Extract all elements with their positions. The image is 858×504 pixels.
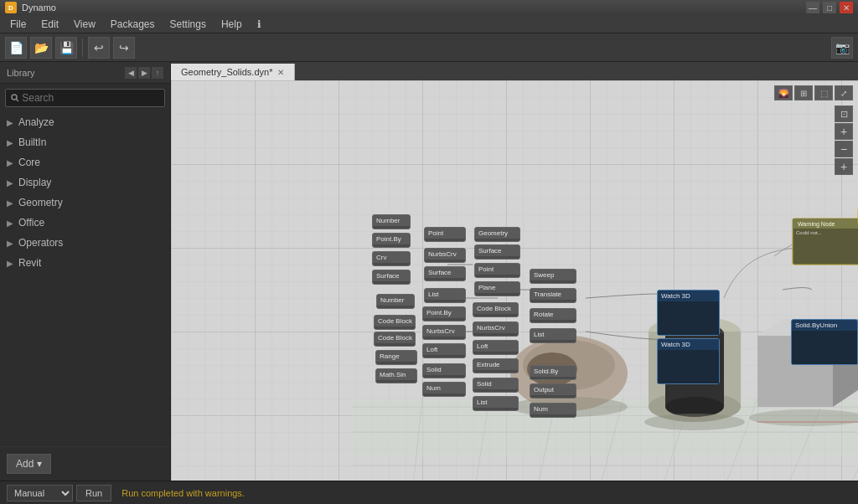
node-8[interactable]: Range xyxy=(375,350,417,365)
bg-toggle-button[interactable]: 🌄 xyxy=(774,85,793,100)
node-12[interactable]: Surface xyxy=(424,266,466,281)
reset-zoom-button[interactable]: + xyxy=(835,158,853,175)
category-office[interactable]: ▶ Office xyxy=(0,213,170,233)
node-32[interactable]: List xyxy=(530,328,576,343)
menu-packages[interactable]: Packages xyxy=(104,17,162,32)
node-4[interactable]: Surface xyxy=(372,270,411,285)
search-box[interactable] xyxy=(5,89,165,107)
node-22[interactable]: Plane xyxy=(474,281,520,296)
menu-settings[interactable]: Settings xyxy=(163,17,213,32)
menu-file[interactable]: File xyxy=(3,17,33,32)
zoom-in-button[interactable]: + xyxy=(835,123,853,140)
run-mode: Manual Automatic Run xyxy=(7,485,111,501)
canvas-controls-zoom: ⊡ + − + xyxy=(835,105,853,175)
node-27[interactable]: Solid xyxy=(473,378,519,393)
undo-button[interactable]: ↩ xyxy=(88,37,110,59)
category-core[interactable]: ▶ Core xyxy=(0,152,170,172)
lib-nav-back[interactable]: ◀ xyxy=(125,67,137,79)
add-button[interactable]: Add ▾ xyxy=(7,454,51,474)
node-34[interactable]: Output xyxy=(530,383,576,399)
node-18[interactable]: Num xyxy=(422,382,466,397)
svg-line-1 xyxy=(17,100,19,102)
node-17[interactable]: Solid xyxy=(422,363,466,378)
category-office-label: Office xyxy=(18,217,44,229)
view3d-button[interactable]: ⬚ xyxy=(814,85,833,100)
node-24[interactable]: NurbsCrv xyxy=(473,321,519,337)
menu-info[interactable]: ℹ xyxy=(251,17,268,32)
node-33[interactable]: Solid.By xyxy=(530,365,576,380)
node-5[interactable]: Number xyxy=(376,294,415,309)
maximize-button[interactable]: □ xyxy=(823,2,836,13)
tab-close-icon[interactable]: ✕ xyxy=(277,68,284,77)
expand-button[interactable]: ⤢ xyxy=(835,85,853,100)
run-button[interactable]: Run xyxy=(76,485,111,501)
svg-point-0 xyxy=(12,95,17,100)
node-watch3d-1[interactable]: Watch 3D xyxy=(657,290,720,336)
category-builtin-arrow: ▶ xyxy=(7,138,13,147)
node-13[interactable]: List xyxy=(424,288,466,303)
node-21[interactable]: Point xyxy=(474,263,520,278)
node-2[interactable]: Point.By xyxy=(372,233,411,248)
category-revit-arrow: ▶ xyxy=(7,259,13,268)
node-19[interactable]: Geometry xyxy=(474,227,520,242)
grid-toggle-button[interactable]: ⊞ xyxy=(794,85,813,100)
category-revit[interactable]: ▶ Revit xyxy=(0,253,170,273)
main-area: Library ◀ ▶ ↑ ▶ Analyze ▶ BuiltIn xyxy=(0,62,858,481)
node-solid-union[interactable]: Solid.ByUnion xyxy=(791,319,858,365)
minimize-button[interactable]: — xyxy=(806,2,819,13)
node-30[interactable]: Translate xyxy=(530,288,576,303)
library-nav: ◀ ▶ ↑ xyxy=(125,67,163,79)
node-10[interactable]: Point xyxy=(424,227,466,242)
node-23[interactable]: Code Block xyxy=(473,302,519,317)
menu-edit[interactable]: Edit xyxy=(34,17,65,32)
menu-view[interactable]: View xyxy=(67,17,102,32)
category-list: ▶ Analyze ▶ BuiltIn ▶ Core ▶ Display ▶ G… xyxy=(0,112,170,446)
add-dropdown-arrow: ▾ xyxy=(37,458,42,470)
lib-nav-up[interactable]: ↑ xyxy=(152,67,163,79)
node-7[interactable]: Code Block xyxy=(374,332,416,347)
camera-button[interactable]: 📷 xyxy=(831,37,853,59)
open-file-button[interactable]: 📂 xyxy=(30,37,52,59)
node-15[interactable]: NurbsCrv xyxy=(422,325,466,340)
node-6[interactable]: Code Block xyxy=(374,315,416,330)
close-button[interactable]: ✕ xyxy=(840,2,853,13)
node-watch3d-2[interactable]: Watch 3D xyxy=(657,338,720,384)
save-button[interactable]: 💾 xyxy=(55,37,77,59)
node-31[interactable]: Rotate xyxy=(530,308,576,323)
node-29[interactable]: Sweep xyxy=(530,269,576,284)
titlebar-title: Dynamo xyxy=(22,3,56,13)
titlebar-controls: — □ ✕ xyxy=(806,2,853,13)
node-3[interactable]: Crv xyxy=(372,251,411,266)
dynamo-logo: D xyxy=(5,2,17,13)
node-9[interactable]: Math.Sin xyxy=(375,368,417,383)
new-file-button[interactable]: 📄 xyxy=(5,37,27,59)
category-operators[interactable]: ▶ Operators xyxy=(0,233,170,253)
category-display[interactable]: ▶ Display xyxy=(0,172,170,193)
fit-view-button[interactable]: ⊡ xyxy=(835,105,853,122)
node-20[interactable]: Surface xyxy=(474,244,520,260)
node-35[interactable]: Num xyxy=(530,403,576,418)
node-14[interactable]: Point.By xyxy=(422,306,466,321)
menu-help[interactable]: Help xyxy=(214,17,249,32)
category-analyze-arrow: ▶ xyxy=(7,118,13,127)
search-input[interactable] xyxy=(22,92,159,104)
node-25[interactable]: Loft xyxy=(473,340,519,355)
canvas-controls-top: 🌄 ⊞ ⬚ ⤢ xyxy=(774,85,853,100)
node-28[interactable]: List xyxy=(473,396,519,411)
lib-nav-forward[interactable]: ▶ xyxy=(138,67,150,79)
redo-button[interactable]: ↪ xyxy=(113,37,135,59)
statusbar: Manual Automatic Run Run completed with … xyxy=(0,481,858,504)
category-analyze[interactable]: ▶ Analyze xyxy=(0,112,170,132)
node-16[interactable]: Loft xyxy=(422,343,466,358)
node-canvas[interactable]: Warning Node Could not... CodeBlock Code… xyxy=(171,80,858,481)
category-geometry[interactable]: ▶ Geometry xyxy=(0,193,170,213)
node-1[interactable]: Number xyxy=(372,214,411,229)
node-26[interactable]: Extrude xyxy=(473,358,519,373)
node-11[interactable]: NurbsCrv xyxy=(424,248,466,263)
category-operators-label: Operators xyxy=(18,237,63,249)
zoom-out-button[interactable]: − xyxy=(835,141,853,157)
run-mode-select[interactable]: Manual Automatic xyxy=(7,485,73,501)
canvas-area: Geometry_Solids.dyn* ✕ xyxy=(171,62,858,481)
category-builtin[interactable]: ▶ BuiltIn xyxy=(0,132,170,152)
tab-geometry-solids[interactable]: Geometry_Solids.dyn* ✕ xyxy=(171,64,295,80)
